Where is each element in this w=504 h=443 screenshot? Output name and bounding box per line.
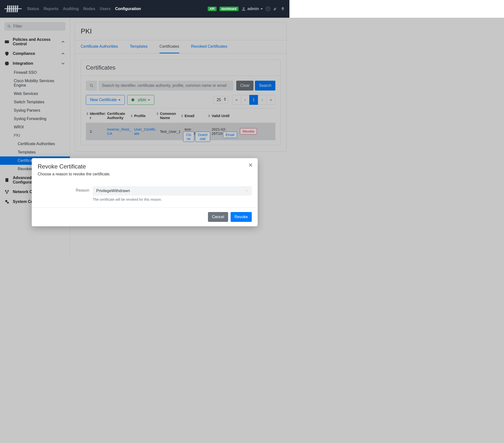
nav-users[interactable]: Users — [100, 7, 110, 11]
cancel-button[interactable]: Cancel — [208, 212, 228, 222]
chevron-down-icon — [260, 8, 263, 10]
app-logo — [4, 4, 22, 13]
nav-status[interactable]: Status — [27, 7, 39, 11]
dashboard-badge[interactable]: dashboard — [219, 7, 238, 11]
revoke-modal: Revoke Certificate Choose a reason to re… — [32, 158, 258, 226]
api-badge[interactable]: API — [208, 7, 216, 11]
chevron-down-icon — [245, 189, 248, 192]
revoke-confirm-button[interactable]: Revoke — [231, 212, 252, 222]
reason-value: PrivilegeWithdrawn — [96, 189, 130, 193]
bell-icon[interactable] — [281, 7, 285, 11]
close-icon[interactable]: ✕ — [248, 162, 253, 168]
modal-title: Revoke Certificate — [38, 163, 252, 170]
svg-point-7 — [243, 7, 245, 9]
nav-nodes[interactable]: Nodes — [83, 7, 95, 11]
nav-auditing[interactable]: Auditing — [63, 7, 79, 11]
reason-select[interactable]: PrivilegeWithdrawn — [93, 186, 252, 195]
user-menu[interactable]: admin — [241, 7, 263, 11]
modal-subtitle: Choose a reason to revoke the certificat… — [38, 172, 252, 176]
nav-menu: Status Reports Auditing Nodes Users Conf… — [27, 7, 141, 11]
user-name: admin — [247, 7, 259, 11]
svg-text:?: ? — [267, 7, 269, 10]
reason-help: The certificate will be revoked for this… — [93, 197, 252, 201]
tools-icon[interactable] — [273, 7, 278, 11]
top-navbar: Status Reports Auditing Nodes Users Conf… — [0, 0, 289, 18]
reason-label: Reason — [38, 186, 89, 193]
user-icon — [241, 7, 246, 11]
nav-reports[interactable]: Reports — [44, 7, 58, 11]
help-icon[interactable]: ? — [266, 7, 270, 11]
nav-configuration[interactable]: Configuration — [115, 7, 141, 11]
